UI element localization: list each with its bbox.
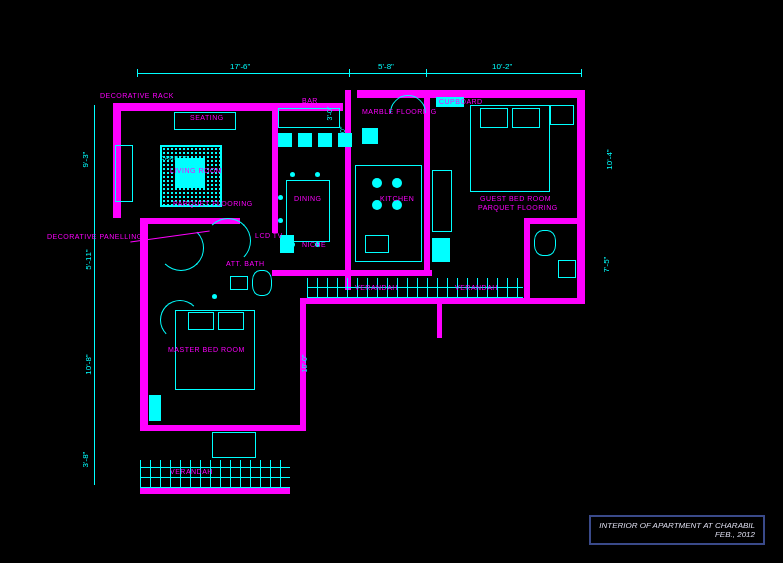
label-seating2: SEATING: [115, 152, 122, 186]
bar-stool: [278, 133, 292, 147]
wall-stub: [437, 298, 442, 338]
wall-int-9: [524, 218, 584, 224]
label-bar: BAR: [302, 97, 318, 104]
pillow: [512, 108, 540, 128]
dim-top3: 10'-2": [492, 62, 512, 71]
dim-left3: 10'-8": [84, 354, 93, 374]
label-kitchen: KITCHEN: [380, 195, 414, 202]
bar-stool: [362, 128, 378, 144]
title-line2: FEB., 2012: [599, 530, 755, 539]
label-attbath: ATT. BATH: [226, 260, 264, 267]
verandah-tiles-bottom: [140, 460, 290, 488]
burner: [392, 178, 402, 188]
fridge: [432, 238, 450, 262]
label-parquet2: PARQUET FLOORING: [478, 204, 558, 211]
dim-top1: 17'-6": [230, 62, 250, 71]
pillow: [480, 108, 508, 128]
sink: [365, 235, 389, 253]
label-parquet1: PARQUET FLOORING: [173, 200, 253, 207]
dim-left2: 5'-11": [84, 249, 93, 269]
floor-plan-canvas: 17'-6" 5'-8" 10'-2" 9'-3" 5'-11" 10'-8" …: [0, 0, 783, 563]
label-decorative-panelling: DECORATIVE PANELLING: [47, 233, 143, 240]
dim-inner2: 1'-0": [339, 127, 346, 141]
bar-stool: [318, 133, 332, 147]
dim-right1: 10'-4": [605, 149, 614, 169]
label-dining: DINING: [294, 195, 322, 202]
dim-line-left: [94, 105, 95, 485]
wall-verandah-b: [140, 488, 290, 494]
nightstand: [550, 105, 574, 125]
label-master: MASTER BED ROOM: [168, 346, 245, 353]
sink-guest: [558, 260, 576, 278]
dim-inner1: 3'-0": [326, 107, 333, 121]
label-verandah1: VERANDAH: [355, 284, 398, 291]
wall-int-2: [345, 90, 351, 290]
dining-table: [286, 180, 330, 242]
sink-att: [230, 276, 248, 290]
label-cupboard2: CUPBOARD: [141, 365, 148, 409]
cabinet: [432, 170, 452, 232]
label-marble: MARBLE FLOORING: [362, 108, 437, 115]
label-lcd: LCD TV: [255, 232, 283, 239]
dim-inner3: 10'-0": [301, 355, 308, 373]
label-living: LIVING ROOM: [170, 167, 222, 174]
wall-int-6: [300, 298, 585, 304]
label-cupboard: CUPBOARD: [439, 98, 483, 105]
wall-int-8: [140, 425, 306, 431]
bar-stool: [298, 133, 312, 147]
wall-left-mid: [140, 218, 148, 298]
cupboard-master: [149, 395, 161, 421]
wall-int-10: [524, 218, 530, 298]
burner: [372, 178, 382, 188]
pillow: [218, 312, 244, 330]
dim-left4: 3'-8": [81, 452, 90, 468]
label-decorative-rack: DECORATIVE RACK: [100, 92, 174, 99]
wall-int-5: [272, 270, 432, 276]
label-seating1: SEATING: [190, 114, 224, 121]
toilet-att: [252, 270, 272, 296]
dim-right2: 7'-5": [602, 257, 611, 273]
wall-left-lower: [140, 298, 148, 428]
label-verandah2: VERANDAH: [455, 284, 498, 291]
label-verandah3: VERANDAH: [170, 468, 213, 475]
title-block: INTERIOR OF APARTMENT AT CHARABIL FEB., …: [589, 515, 765, 545]
toilet-guest: [534, 230, 556, 256]
label-carpet: CARPET: [160, 155, 187, 161]
dim-line-top: [137, 73, 582, 74]
label-guest: GUEST BED ROOM: [480, 195, 551, 202]
door-arc: [160, 300, 200, 340]
title-line1: INTERIOR OF APARTMENT AT CHARABIL: [599, 521, 755, 530]
dim-left1: 9'-3": [81, 152, 90, 168]
door-arc: [205, 218, 251, 264]
wall-right: [577, 90, 585, 298]
dim-top2: 5'-8": [378, 62, 394, 71]
label-niche: NICHE: [302, 241, 326, 248]
balcony-furniture: [212, 432, 256, 458]
